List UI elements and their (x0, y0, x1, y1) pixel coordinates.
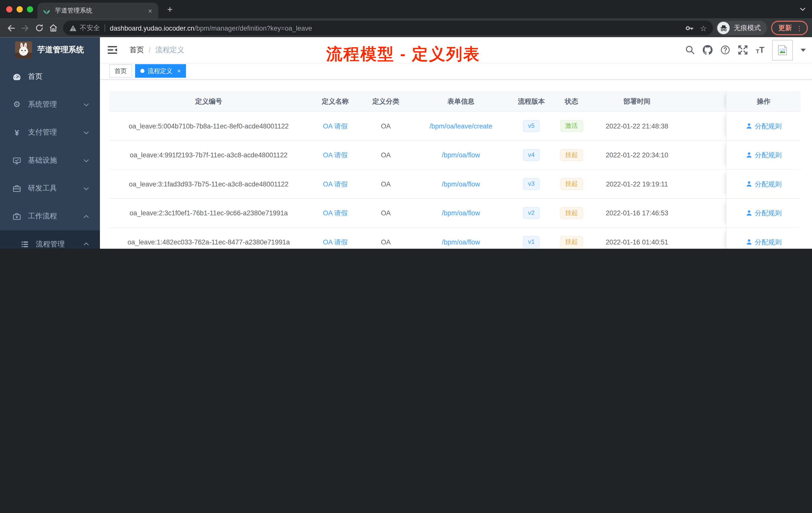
cell-category: OA (362, 112, 409, 140)
tag-home[interactable]: 首页 (109, 64, 132, 78)
app-title: 芋道管理系统 (37, 45, 84, 55)
sidebar-item-process-management[interactable]: 流程管理 (0, 231, 100, 249)
definition-name-link[interactable]: OA 请假 (323, 150, 348, 160)
toolbox-icon (12, 184, 22, 193)
chevron-down-icon (83, 131, 89, 134)
status-badge: 挂起 (560, 207, 583, 219)
assign-rule-link[interactable]: 分配规则 (746, 208, 782, 218)
tag-label: 流程定义 (148, 66, 173, 75)
password-key-icon[interactable] (685, 24, 694, 32)
cell-category: OA (362, 199, 409, 227)
form-link[interactable]: /bpm/oa/flow (442, 209, 480, 217)
reload-button[interactable] (32, 21, 46, 35)
browser-toolbar: 不安全 dashboard.yudao.iocoder.cn/bpm/manag… (0, 19, 812, 37)
sidebar-item-home[interactable]: 首页 (0, 63, 100, 91)
table-row: oa_leave:2:3c1f0ef1-76b1-11ec-9c66-a2380… (109, 199, 801, 228)
list-icon (20, 240, 29, 248)
content-area: 定义编号 定义名称 定义分类 表单信息 流程版本 状态 部署时间 操作 oa_l… (100, 80, 812, 249)
search-icon[interactable] (686, 45, 695, 55)
avatar[interactable] (772, 40, 793, 60)
definition-name-link[interactable]: OA 请假 (323, 208, 348, 218)
user-icon (746, 210, 752, 216)
avatar-caret-down-icon[interactable] (801, 49, 806, 52)
definition-name-link[interactable]: OA 请假 (323, 179, 348, 189)
bookmark-star-icon[interactable]: ☆ (700, 24, 707, 32)
tag-process-definition[interactable]: 流程定义 × (135, 64, 186, 78)
browser-menu-dots-icon[interactable]: ⋮ (796, 24, 803, 32)
navbar-actions: TT (686, 37, 806, 63)
tab-close-icon[interactable]: × (147, 6, 153, 15)
sidebar-item-label: 研发工具 (28, 184, 57, 193)
new-tab-button[interactable]: + (164, 3, 176, 16)
user-icon (746, 123, 752, 129)
cell-definition-id: oa_leave:1:482ec033-762a-11ec-8477-a2380… (109, 228, 308, 249)
cell-deploy-time: 2022-01-22 20:34:10 (593, 141, 681, 169)
window-controls (6, 6, 33, 12)
collapse-sidebar-icon[interactable] (108, 46, 117, 54)
monitor-icon (12, 156, 22, 165)
back-button[interactable] (4, 21, 18, 35)
tab-title: 芋道管理系统 (55, 6, 147, 15)
back-arrow-icon (6, 23, 16, 33)
form-link[interactable]: /bpm/oa/leave/create (429, 122, 492, 130)
tab-overflow-chevron-icon[interactable] (800, 7, 806, 11)
sidebar-item-label: 基础设施 (28, 156, 57, 165)
tag-label: 首页 (115, 66, 127, 75)
help-icon[interactable] (721, 45, 730, 55)
cell-deploy-time: 2022-01-16 01:40:51 (593, 228, 681, 249)
close-window-button[interactable] (6, 6, 12, 12)
cell-definition-id: oa_leave:4:991f2193-7b7f-11ec-a3c8-acde4… (109, 141, 308, 169)
column-header: 定义编号 (109, 91, 308, 111)
column-header: 操作 (726, 91, 801, 111)
forward-arrow-icon (20, 23, 30, 33)
chevron-down-icon (83, 159, 89, 162)
sidebar-item-label: 支付管理 (28, 128, 57, 137)
sidebar-item-label: 流程管理 (36, 239, 65, 249)
address-bar[interactable]: 不安全 dashboard.yudao.iocoder.cn/bpm/manag… (63, 21, 713, 35)
version-badge: v1 (523, 236, 540, 248)
briefcase-icon (12, 212, 22, 221)
sidebar-item-workflow[interactable]: 工作流程 (0, 202, 100, 230)
cell-category: OA (362, 141, 409, 169)
definition-name-link[interactable]: OA 请假 (323, 237, 348, 247)
assign-rule-link[interactable]: 分配规则 (746, 121, 782, 131)
table-header-row: 定义编号 定义名称 定义分类 表单信息 流程版本 状态 部署时间 操作 (109, 91, 801, 112)
column-header: 定义名称 (308, 91, 362, 111)
github-icon[interactable] (703, 45, 713, 55)
sidebar-item-label: 工作流程 (28, 212, 57, 221)
cell-category: OA (362, 228, 409, 249)
sidebar-item-infrastructure[interactable]: 基础设施 (0, 147, 100, 175)
definition-name-link[interactable]: OA 请假 (323, 121, 348, 131)
home-button[interactable] (46, 21, 60, 35)
sidebar-item-payment[interactable]: ¥ 支付管理 (0, 118, 100, 146)
forward-button[interactable] (18, 21, 32, 35)
sidebar-item-system[interactable]: ⚙ 系统管理 (0, 91, 100, 118)
breadcrumb-home[interactable]: 首页 (129, 45, 144, 55)
assign-rule-link[interactable]: 分配规则 (746, 179, 782, 189)
yen-icon: ¥ (12, 129, 22, 137)
table-row: oa_leave:4:991f2193-7b7f-11ec-a3c8-acde4… (109, 141, 801, 170)
assign-rule-link[interactable]: 分配规则 (746, 237, 782, 247)
form-link[interactable]: /bpm/oa/flow (442, 238, 480, 246)
fullscreen-icon[interactable] (738, 45, 748, 55)
font-size-icon[interactable]: TT (756, 46, 764, 54)
cell-category: OA (362, 170, 409, 198)
browser-tab[interactable]: 芋道管理系统 × (37, 2, 159, 19)
table-row: oa_leave:1:482ec033-762a-11ec-8477-a2380… (109, 228, 801, 249)
zoom-window-button[interactable] (27, 6, 33, 12)
update-button[interactable]: 更新 ⋮ (771, 21, 808, 35)
app-frame: 芋道管理系统 首页 ⚙ 系统管理 ¥ 支付管理 (0, 37, 812, 249)
version-badge: v2 (523, 207, 540, 219)
breadcrumb-current: 流程定义 (155, 45, 184, 55)
column-header: 状态 (550, 91, 593, 111)
form-link[interactable]: /bpm/oa/flow (442, 180, 480, 188)
incognito-badge: 无痕模式 (716, 21, 767, 35)
tag-close-icon[interactable]: × (177, 67, 180, 74)
assign-rule-link[interactable]: 分配规则 (746, 150, 782, 160)
security-status[interactable]: 不安全 (69, 23, 100, 33)
chevron-down-icon (83, 103, 89, 106)
minimize-window-button[interactable] (17, 6, 23, 12)
sidebar-item-dev-tools[interactable]: 研发工具 (0, 175, 100, 202)
form-link[interactable]: /bpm/oa/flow (442, 151, 480, 159)
sidebar-logo[interactable]: 芋道管理系统 (0, 37, 100, 63)
